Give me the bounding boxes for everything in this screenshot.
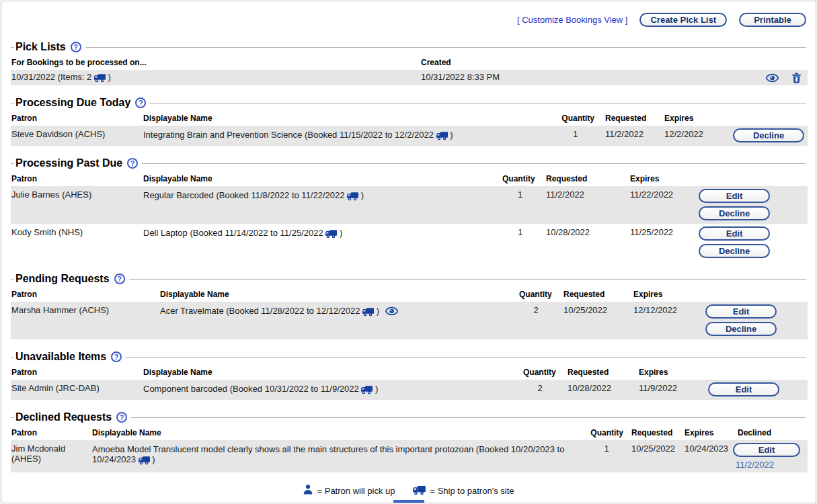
column-headers: Patron Displayable Name Quantity Request… — [11, 288, 808, 300]
processing-due-today-header: Processing Due Today ? — [11, 97, 806, 109]
patron-cell: Steve Davidson (ACHS) — [11, 126, 143, 146]
toolbar: [ Customize Bookings View ] Create Pick … — [11, 9, 806, 30]
quantity-cell: 1 — [555, 126, 597, 146]
declined-requests-header: Declined Requests ? — [11, 411, 806, 423]
patron-cell: Jim Mcdonald (AHES) — [11, 440, 91, 472]
expires-cell: 11/22/2022 — [619, 186, 697, 224]
pick-lists-header: Pick Lists ? — [11, 41, 806, 53]
displayable-name-cell: Integrating Brain and Prevention Science… — [143, 126, 555, 146]
requested-cell: 10/25/2022 — [555, 302, 623, 339]
section-title: Processing Past Due — [15, 157, 122, 169]
quantity-cell: 1 — [502, 224, 541, 261]
booking-row: Site Admin (JRC-DAB) Component barcoded … — [11, 380, 808, 400]
requested-cell: 11/2/2022 — [541, 186, 619, 224]
expires-cell: 11/9/2022 — [628, 380, 695, 400]
patron-cell: Julie Barnes (AHES) — [11, 186, 143, 224]
section-title: Unavailable Items — [15, 351, 106, 363]
legend-patron-pickup: = Patron will pick up — [303, 485, 395, 497]
edit-button[interactable]: Edit — [699, 226, 770, 241]
displayable-name-cell: Regular Barcoded (Booked 11/8/2022 to 11… — [143, 186, 502, 224]
requested-cell: 10/28/2022 — [541, 224, 619, 261]
section-title: Pending Requests — [15, 273, 110, 285]
section-title: Processing Due Today — [15, 97, 130, 109]
booking-row: Marsha Hammer (ACHS) Acer Travelmate (Bo… — [11, 302, 808, 339]
booking-row: Jim Mcdonald (AHES) Amoeba Model Translu… — [11, 440, 808, 472]
legend-ship-to-site: = Ship to patron's site — [413, 486, 514, 496]
patron-person-icon — [303, 485, 313, 497]
bookings-page: [ Customize Bookings View ] Create Pick … — [1, 1, 816, 503]
quantity-cell: 2 — [518, 302, 555, 339]
help-icon[interactable]: ? — [116, 412, 127, 423]
expires-cell: 10/24/2023 — [679, 440, 732, 472]
declined-cell: Edit 11/2/2022 — [732, 440, 808, 472]
quantity-cell: 1 — [589, 440, 626, 472]
ship-truck-icon — [361, 385, 373, 395]
column-headers: Patron Displayable Name Quantity Request… — [11, 366, 808, 378]
patron-cell: Kody Smith (NHS) — [11, 224, 143, 261]
processing-past-due-header: Processing Past Due ? — [11, 157, 806, 169]
pick-list-created: 10/31/2022 8:33 PM — [420, 70, 747, 86]
decline-button[interactable]: Decline — [733, 128, 804, 142]
pick-list-date: 10/31/2022 (Items: 2 ) — [11, 70, 420, 86]
column-headers: Patron Displayable Name Quantity Request… — [11, 427, 808, 439]
ship-truck-icon — [413, 486, 426, 496]
decline-button[interactable]: Decline — [699, 206, 770, 220]
help-icon[interactable]: ? — [71, 42, 81, 52]
booking-row: Kody Smith (NHS) Dell Laptop (Booked 11/… — [11, 224, 808, 261]
pending-requests-header: Pending Requests ? — [11, 273, 806, 285]
help-icon[interactable]: ? — [127, 158, 138, 169]
help-icon[interactable]: ? — [114, 274, 125, 284]
booking-row: Steve Davidson (ACHS) Integrating Brain … — [11, 126, 808, 146]
ship-truck-icon — [325, 229, 337, 239]
booking-row: Julie Barnes (AHES) Regular Barcoded (Bo… — [11, 186, 808, 224]
column-headers: Patron Displayable Name Quantity Request… — [11, 173, 808, 185]
requested-cell: 11/2/2022 — [597, 126, 659, 146]
pick-lists-column-headers: For Bookings to be processed on... Creat… — [11, 56, 808, 69]
quantity-cell: 2 — [522, 380, 559, 400]
edit-button[interactable]: Edit — [733, 443, 800, 457]
edit-button[interactable]: Edit — [705, 304, 777, 319]
col-for-bookings: For Bookings to be processed on... — [11, 56, 420, 69]
customize-bookings-view-link[interactable]: [ Customize Bookings View ] — [517, 15, 628, 25]
decline-button[interactable]: Decline — [705, 322, 777, 336]
help-icon[interactable]: ? — [135, 97, 146, 108]
requested-cell: 10/28/2022 — [559, 380, 628, 400]
displayable-name-cell: Amoeba Model Translucent model clearly s… — [91, 440, 589, 472]
quantity-cell: 1 — [502, 186, 541, 224]
requested-cell: 10/25/2022 — [626, 440, 679, 472]
section-title: Pick Lists — [15, 41, 66, 53]
legend: = Patron will pick up = Ship to patron's… — [11, 485, 806, 497]
edit-button[interactable]: Edit — [708, 382, 779, 396]
ship-truck-icon — [436, 131, 448, 141]
column-headers: Patron Displayable Name Quantity Request… — [11, 112, 808, 124]
expires-cell: 11/25/2022 — [619, 224, 697, 261]
declined-date: 11/2/2022 — [733, 460, 774, 470]
view-eye-icon[interactable] — [766, 73, 779, 85]
patron-cell: Site Admin (JRC-DAB) — [11, 380, 143, 400]
expires-cell: 12/12/2022 — [623, 302, 693, 339]
ship-truck-icon — [362, 307, 374, 317]
expires-cell: 12/2/2022 — [659, 126, 733, 146]
help-icon[interactable]: ? — [111, 351, 122, 362]
printable-button[interactable]: Printable — [739, 13, 806, 27]
unavailable-items-header: Unavailable Items ? — [11, 351, 806, 363]
ship-truck-icon — [139, 456, 150, 466]
ship-truck-icon — [94, 73, 106, 83]
bottom-divider — [393, 500, 424, 503]
create-pick-list-button[interactable]: Create Pick List — [639, 13, 727, 27]
displayable-name-cell: Dell Laptop (Booked 11/14/2022 to 11/25/… — [143, 224, 502, 261]
displayable-name-cell: Component barcoded (Booked 10/31/2022 to… — [143, 380, 522, 400]
delete-trash-icon[interactable] — [792, 73, 801, 85]
view-note-eye-icon[interactable] — [385, 306, 398, 318]
pick-list-row: 10/31/2022 (Items: 2 ) 10/31/2022 8:33 P… — [11, 70, 808, 85]
decline-button[interactable]: Decline — [699, 244, 770, 258]
ship-truck-icon — [347, 192, 358, 202]
displayable-name-cell: Acer Travelmate (Booked 11/28/2022 to 12… — [159, 302, 518, 339]
edit-button[interactable]: Edit — [699, 189, 770, 203]
col-created: Created — [420, 56, 747, 69]
section-title: Declined Requests — [15, 411, 112, 423]
patron-cell: Marsha Hammer (ACHS) — [11, 302, 159, 339]
